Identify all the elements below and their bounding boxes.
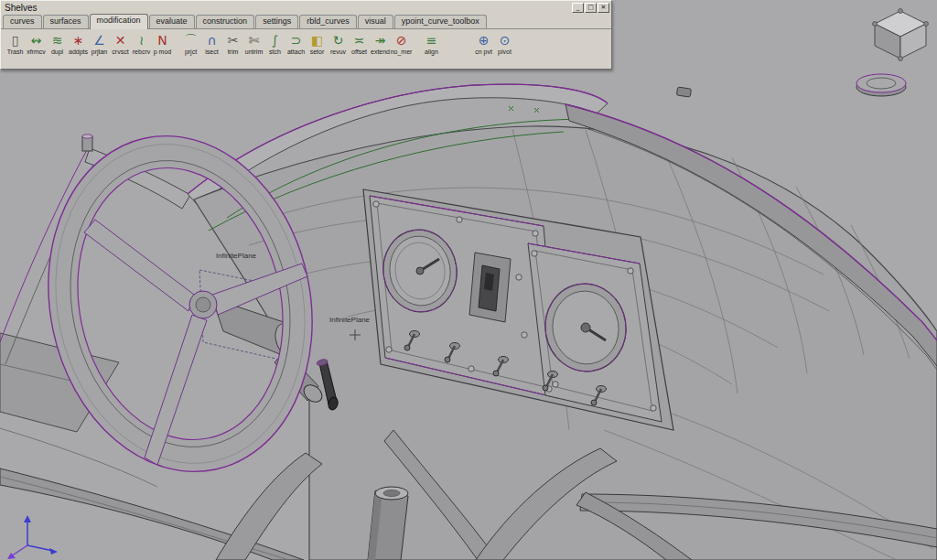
tool-label: xfrmcv — [27, 48, 46, 56]
tool-label: Trash — [7, 48, 24, 56]
tab-evaluate[interactable]: evaluate — [149, 15, 195, 28]
tool-xfrmcv[interactable]: ↭xfrmcv — [26, 32, 47, 56]
align-icon: ≡ — [422, 32, 441, 48]
fuel-cap[interactable] — [856, 74, 906, 96]
tool-rebcrv[interactable]: ≀rebcrv — [131, 32, 152, 56]
tool-label: rebcrv — [133, 48, 150, 56]
curve-section-icon: ✕ — [111, 32, 130, 48]
close-button[interactable]: ✕ — [598, 3, 609, 13]
tool-label: cn pvt — [475, 48, 492, 56]
tool-label: addpts — [69, 48, 88, 56]
trim-icon: ✂ — [223, 32, 242, 48]
tool-revuv[interactable]: ↻revuv — [328, 32, 349, 56]
tool-label: p mod — [154, 48, 171, 56]
tool-prjct[interactable]: ⌒prjct — [180, 32, 201, 56]
shelf-tabs: curves surfaces modification evaluate co… — [1, 14, 611, 29]
maximize-button[interactable]: □ — [585, 3, 597, 13]
tool-group-3: ≡align — [421, 32, 442, 56]
tab-rbld-curves[interactable]: rbld_curves — [299, 15, 357, 28]
tool-p-mod[interactable]: Np mod — [152, 32, 173, 56]
pivot-icon: ⊙ — [495, 32, 514, 48]
window-title: Shelves — [5, 3, 571, 14]
viewport[interactable]: InfinitePlane InfinitePlane — [0, 0, 937, 560]
tool-attach[interactable]: ⊃attach — [285, 32, 307, 56]
tab-settings[interactable]: settings — [255, 15, 298, 28]
trash-icon: ▯ — [5, 32, 25, 48]
tool-label: stch — [269, 48, 281, 56]
tool-label: untrim — [245, 48, 263, 56]
tool-label: prjtan — [92, 48, 108, 56]
shelf-toolbar: ▯Trash ↭xfrmcv ≋dupl ∗addpts ∠prjtan ✕cr… — [1, 29, 611, 69]
project-tangent-icon: ∠ — [90, 32, 109, 48]
shelves-window: Shelves _ □ ✕ curves surfaces modificati… — [0, 0, 612, 70]
tool-dupl[interactable]: ≋dupl — [47, 32, 68, 56]
tool-label: no_mer — [391, 48, 413, 56]
viewport-canvas[interactable] — [0, 0, 937, 560]
tool-addpts[interactable]: ∗addpts — [68, 32, 89, 56]
tab-construction[interactable]: construction — [196, 15, 255, 28]
extend-icon: ↠ — [371, 32, 390, 48]
body-latch[interactable] — [676, 87, 691, 97]
transform-curve-icon: ↭ — [27, 32, 46, 48]
shelves-titlebar[interactable]: Shelves _ □ ✕ — [1, 1, 611, 14]
tool-cn-pvt[interactable]: ⊕cn pvt — [473, 32, 494, 56]
tool-crvsct[interactable]: ✕crvsct — [110, 32, 131, 56]
intersect-icon: ∩ — [202, 32, 221, 48]
tool-stch[interactable]: ∫stch — [264, 32, 285, 56]
tool-label: setor — [310, 48, 325, 56]
tool-label: trim — [228, 48, 239, 56]
tool-label: align — [425, 48, 438, 56]
tool-label: prjct — [185, 48, 197, 56]
tab-visual[interactable]: visual — [358, 15, 393, 28]
rebuild-curve-icon: ≀ — [132, 32, 151, 48]
tool-isect[interactable]: ∩isect — [201, 32, 222, 56]
tool-prjtan[interactable]: ∠prjtan — [89, 32, 110, 56]
tool-label: dupl — [51, 48, 63, 56]
add-points-icon: ∗ — [69, 32, 88, 48]
center-pivot-icon: ⊕ — [474, 32, 493, 48]
tool-trash[interactable]: ▯Trash — [5, 32, 26, 56]
tool-label: revuv — [330, 48, 346, 56]
project-icon: ⌒ — [181, 32, 200, 48]
tool-label: extend — [371, 48, 390, 56]
offset-icon: ≍ — [350, 32, 369, 48]
tool-label: isect — [205, 48, 218, 56]
untrim-icon: ✄ — [244, 32, 264, 48]
set-orientation-icon: ◧ — [307, 32, 327, 48]
tab-curves[interactable]: curves — [3, 15, 42, 28]
tool-group-1: ▯Trash ↭xfrmcv ≋dupl ∗addpts ∠prjtan ✕cr… — [5, 32, 173, 56]
tool-setor[interactable]: ◧setor — [307, 32, 328, 56]
attach-icon: ⊃ — [286, 32, 306, 48]
ignition-switch[interactable] — [469, 253, 511, 322]
no-merge-icon: ⊘ — [392, 32, 411, 48]
tool-pivot[interactable]: ⊙pivot — [494, 32, 515, 56]
tab-ypoint-curve-toolbox[interactable]: ypoint_curve_toolbox — [394, 15, 487, 28]
tool-trim[interactable]: ✂trim — [222, 32, 243, 56]
tool-extend[interactable]: ↠extend — [370, 32, 391, 56]
tool-label: pivot — [498, 48, 512, 56]
tab-modification[interactable]: modification — [90, 14, 148, 29]
point-modify-icon: N — [153, 32, 172, 48]
duplicate-curve-icon: ≋ — [48, 32, 67, 48]
tool-align[interactable]: ≡align — [421, 32, 442, 56]
tool-no-mer[interactable]: ⊘no_mer — [391, 32, 412, 56]
tool-label: attach — [287, 48, 305, 56]
stitch-icon: ∫ — [265, 32, 285, 48]
tool-group-4: ⊕cn pvt ⊙pivot — [473, 32, 515, 56]
tab-surfaces[interactable]: surfaces — [43, 15, 89, 28]
minimize-button[interactable]: _ — [572, 3, 584, 13]
tool-offset[interactable]: ≍offset — [349, 32, 370, 56]
mirror-post[interactable] — [82, 135, 92, 151]
reverse-uv-icon: ↻ — [328, 32, 348, 48]
tool-group-2: ⌒prjct ∩isect ✂trim ✄untrim ∫stch ⊃attac… — [180, 32, 412, 56]
tool-label: offset — [351, 48, 367, 56]
tool-label: crvsct — [112, 48, 128, 56]
tool-untrim[interactable]: ✄untrim — [243, 32, 264, 56]
